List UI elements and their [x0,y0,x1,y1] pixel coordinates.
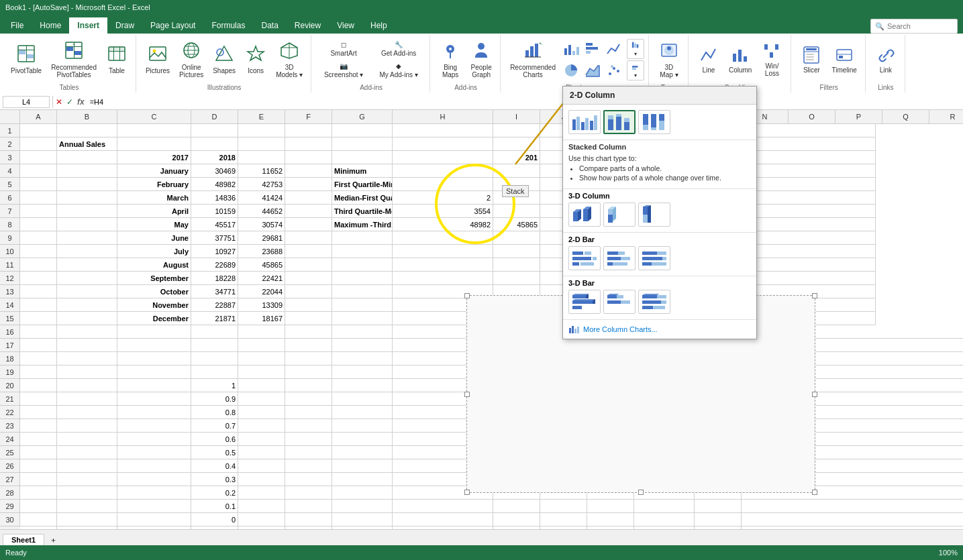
row-header-17[interactable]: 17 [0,339,20,352]
line-chart-button[interactable] [604,39,624,59]
row-header-28[interactable]: 28 [0,486,20,500]
table-button[interactable]: Table [102,38,132,82]
col-header-G[interactable]: G [332,110,393,123]
cell-D5[interactable]: 48982 [191,178,238,191]
cell-I2[interactable] [493,137,540,151]
col-header-B[interactable]: B [57,110,117,123]
row-header-21[interactable]: 21 [0,392,20,406]
2d-stacked-bar-btn[interactable] [603,246,636,270]
cell-A10[interactable] [20,245,57,258]
cell-C9[interactable]: June [117,231,191,245]
row-header-4[interactable]: 4 [0,164,20,178]
cell-G4[interactable]: Minimum [332,164,393,178]
cell-G10[interactable] [332,245,393,258]
cell-H3[interactable] [393,151,493,164]
row-header-5[interactable]: 5 [0,178,20,191]
cancel-icon[interactable]: ✕ [56,97,62,107]
tab-insert[interactable]: Insert [69,17,107,34]
online-pictures-button[interactable]: OnlinePictures [175,38,207,82]
cell-G15[interactable] [332,312,393,325]
pie-chart-button[interactable] [561,60,581,80]
clustered-column-btn[interactable] [568,110,601,134]
recommended-pivottables-button[interactable]: ✦ RecommendedPivotTables [47,38,101,82]
col-header-R[interactable]: R [929,110,963,123]
pivottable-button[interactable]: PivotTable [7,38,46,82]
cell-F4[interactable] [285,164,332,178]
cell-A9[interactable] [20,231,57,245]
row-header-27[interactable]: 27 [0,473,20,486]
cell-F12[interactable] [285,272,332,285]
col-header-P[interactable]: P [835,110,882,123]
cell-D7[interactable]: 10159 [191,205,238,218]
row-header-14[interactable]: 14 [0,298,20,312]
row-header-15[interactable]: 15 [0,312,20,325]
cell-D2[interactable] [191,137,238,151]
column-dropdown-button[interactable]: ▾ [627,39,644,59]
cell-A1[interactable] [20,124,57,137]
3d-map-button[interactable]: 3DMap ▾ [654,38,684,82]
cell-C7[interactable]: April [117,205,191,218]
2d-100stacked-bar-btn[interactable] [638,246,670,270]
cell-E3[interactable] [238,151,285,164]
cell-B14[interactable] [57,298,117,312]
search-input[interactable] [887,22,953,30]
cell-G7[interactable]: Third Quartile-Median [332,205,393,218]
cell-B6[interactable] [57,191,117,205]
cell-A12[interactable] [20,272,57,285]
cell-A5[interactable] [20,178,57,191]
more-charts-link[interactable]: More Column Charts... [563,320,756,339]
row-header-9[interactable]: 9 [0,231,20,245]
cell-B1[interactable] [57,124,117,137]
3d-stacked-col-btn[interactable] [603,203,636,227]
chart-handle-ml[interactable] [464,392,470,397]
3d-models-button[interactable]: 3DModels ▾ [272,38,307,82]
cell-I9[interactable] [493,231,540,245]
tab-view[interactable]: View [329,17,362,34]
tab-draw[interactable]: Draw [107,17,142,34]
cell-A2[interactable] [20,137,57,151]
formula-input[interactable] [87,97,960,107]
cell-G12[interactable] [332,272,393,285]
cell-H4[interactable] [393,164,493,178]
cell-A11[interactable] [20,258,57,272]
cell-E11[interactable]: 45865 [238,258,285,272]
cell-C3[interactable]: 2017 [117,151,191,164]
cell-N5[interactable] [742,178,876,191]
cell-I12[interactable] [493,272,540,285]
row-header-12[interactable]: 12 [0,272,20,285]
row-header-22[interactable]: 22 [0,406,20,419]
cell-I8[interactable]: 45865 [493,218,540,231]
chart-handle-tr[interactable] [812,293,817,298]
confirm-icon[interactable]: ✓ [66,97,73,107]
cell-B3[interactable] [57,151,117,164]
2d-clustered-bar-btn[interactable] [568,246,601,270]
row-header-30[interactable]: 30 [0,513,20,526]
tab-review[interactable]: Review [287,17,329,34]
tab-home[interactable]: Home [32,17,69,34]
bar-chart-button[interactable] [582,39,603,59]
cell-C14[interactable]: November [117,298,191,312]
cell-N8[interactable] [742,218,876,231]
cell-C12[interactable]: September [117,272,191,285]
function-icon[interactable]: fx [77,97,85,107]
cell-D11[interactable]: 22689 [191,258,238,272]
cell-B2[interactable]: Annual Sales [57,137,117,151]
3d-stacked-bar-btn[interactable] [603,290,636,314]
cell-A3[interactable] [20,151,57,164]
cell-B4[interactable] [57,164,117,178]
row-header-29[interactable]: 29 [0,500,20,513]
row-header-19[interactable]: 19 [0,366,20,379]
recommended-charts-button[interactable]: RecommendedCharts [506,38,560,82]
cell-A7[interactable] [20,205,57,218]
line-sparkline-button[interactable]: Line [694,38,723,82]
cell-H2[interactable] [393,137,493,151]
bing-maps-button[interactable]: BingMaps [436,38,465,82]
cell-B11[interactable] [57,258,117,272]
cell-A4[interactable] [20,164,57,178]
3d-clustered-col-btn[interactable] [568,203,601,227]
cell-E13[interactable]: 22044 [238,285,285,298]
cell-D3[interactable]: 2018 [191,151,238,164]
cell-G11[interactable] [332,258,393,272]
cell-H9[interactable] [393,231,493,245]
my-addins-button[interactable]: ◆ My Add-ins ▾ [372,60,425,80]
